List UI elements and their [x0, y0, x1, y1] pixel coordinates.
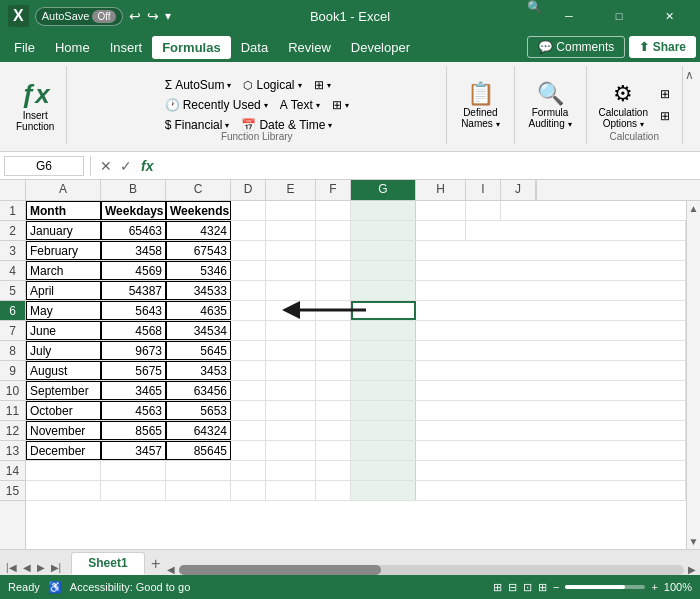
cell-e3[interactable] — [266, 241, 316, 260]
cell-c9[interactable]: 3453 — [166, 361, 231, 380]
cell-a4[interactable]: March — [26, 261, 101, 280]
cell-c11[interactable]: 5653 — [166, 401, 231, 420]
collapse-ribbon-btn[interactable]: ∧ — [683, 66, 696, 84]
col-header-e[interactable]: E — [266, 180, 316, 200]
calc-now-btn[interactable]: ⊞ — [656, 85, 674, 103]
cell-c4[interactable]: 5346 — [166, 261, 231, 280]
cell-e11[interactable] — [266, 401, 316, 420]
cell-d9[interactable] — [231, 361, 266, 380]
row-header-14[interactable]: 14 — [0, 461, 25, 481]
cell-b13[interactable]: 3457 — [101, 441, 166, 460]
cell-d1[interactable] — [231, 201, 266, 220]
cell-f2[interactable] — [316, 221, 351, 240]
redo-btn[interactable]: ↪ — [147, 8, 159, 24]
cell-e2[interactable] — [266, 221, 316, 240]
cell-b14[interactable] — [101, 461, 166, 480]
cell-b7[interactable]: 4568 — [101, 321, 166, 340]
cell-b12[interactable]: 8565 — [101, 421, 166, 440]
comments-btn[interactable]: 💬 Comments — [527, 36, 625, 58]
cell-b11[interactable]: 4563 — [101, 401, 166, 420]
name-box[interactable] — [4, 156, 84, 176]
cell-a3[interactable]: February — [26, 241, 101, 260]
cell-h1[interactable] — [416, 201, 466, 220]
cell-c13[interactable]: 85645 — [166, 441, 231, 460]
row-header-5[interactable]: 5 — [0, 281, 25, 301]
defined-names-btn[interactable]: 📋 DefinedNames ▾ — [457, 79, 503, 131]
cell-b10[interactable]: 3465 — [101, 381, 166, 400]
cell-f14[interactable] — [316, 461, 351, 480]
cell-b15[interactable] — [101, 481, 166, 500]
cell-e12[interactable] — [266, 421, 316, 440]
col-header-d[interactable]: D — [231, 180, 266, 200]
cell-g8[interactable] — [351, 341, 416, 360]
cell-f15[interactable] — [316, 481, 351, 500]
cell-f1[interactable] — [316, 201, 351, 220]
col-header-b[interactable]: B — [101, 180, 166, 200]
cell-h5[interactable] — [416, 281, 686, 300]
scroll-right-btn[interactable]: ▶ — [688, 564, 696, 575]
cell-g12[interactable] — [351, 421, 416, 440]
cell-g15[interactable] — [351, 481, 416, 500]
cell-h2[interactable] — [416, 221, 466, 240]
logical-btn[interactable]: ⬡ Logical ▾ — [239, 76, 305, 94]
cell-a8[interactable]: July — [26, 341, 101, 360]
cell-a10[interactable]: September — [26, 381, 101, 400]
cell-b9[interactable]: 5675 — [101, 361, 166, 380]
cell-g7[interactable] — [351, 321, 416, 340]
col-header-i[interactable]: I — [466, 180, 501, 200]
cell-h4[interactable] — [416, 261, 686, 280]
menu-home[interactable]: Home — [45, 36, 100, 59]
cancel-btn[interactable]: ✕ — [97, 158, 115, 174]
col-header-g[interactable]: G — [351, 180, 416, 200]
cell-f5[interactable] — [316, 281, 351, 300]
confirm-btn[interactable]: ✓ — [117, 158, 135, 174]
calculation-options-btn[interactable]: ⚙ CalculationOptions ▾ — [595, 79, 652, 131]
cell-e10[interactable] — [266, 381, 316, 400]
cell-c7[interactable]: 34534 — [166, 321, 231, 340]
prev-sheet-btn[interactable]: ◀ — [21, 560, 33, 575]
cell-h10[interactable] — [416, 381, 686, 400]
cell-b1[interactable]: Weekdays — [101, 201, 166, 220]
cell-c5[interactable]: 34533 — [166, 281, 231, 300]
calc-sheet-btn[interactable]: ⊞ — [656, 107, 674, 125]
cell-d13[interactable] — [231, 441, 266, 460]
col-header-f[interactable]: F — [316, 180, 351, 200]
cell-f10[interactable] — [316, 381, 351, 400]
zoom-in-btn[interactable]: + — [651, 581, 657, 593]
cell-b4[interactable]: 4569 — [101, 261, 166, 280]
cell-e15[interactable] — [266, 481, 316, 500]
cell-a15[interactable] — [26, 481, 101, 500]
add-sheet-btn[interactable]: + — [145, 553, 167, 575]
cell-d10[interactable] — [231, 381, 266, 400]
cell-a11[interactable]: October — [26, 401, 101, 420]
cell-i2[interactable] — [466, 221, 686, 240]
cell-b6[interactable]: 5643 — [101, 301, 166, 320]
share-btn[interactable]: ⬆ Share — [629, 36, 696, 58]
cell-h8[interactable] — [416, 341, 686, 360]
row-header-4[interactable]: 4 — [0, 261, 25, 281]
cell-c14[interactable] — [166, 461, 231, 480]
more-functions-btn2[interactable]: ⊞ ▾ — [328, 96, 353, 114]
cell-b5[interactable]: 54387 — [101, 281, 166, 300]
row-header-15[interactable]: 15 — [0, 481, 25, 501]
text-btn[interactable]: A Text ▾ — [276, 96, 324, 114]
zoom-slider[interactable] — [565, 585, 645, 589]
cell-c3[interactable]: 67543 — [166, 241, 231, 260]
cell-g11[interactable] — [351, 401, 416, 420]
formula-auditing-btn[interactable]: 🔍 FormulaAuditing ▾ — [525, 79, 576, 131]
cell-c15[interactable] — [166, 481, 231, 500]
cell-h3[interactable] — [416, 241, 686, 260]
view-normal-btn[interactable]: ⊞ — [493, 581, 502, 594]
cell-f13[interactable] — [316, 441, 351, 460]
cell-b3[interactable]: 3458 — [101, 241, 166, 260]
next-sheet-btn[interactable]: ▶ — [35, 560, 47, 575]
cell-a9[interactable]: August — [26, 361, 101, 380]
cell-f11[interactable] — [316, 401, 351, 420]
cell-e7[interactable] — [266, 321, 316, 340]
menu-formulas[interactable]: Formulas — [152, 36, 231, 59]
cell-g10[interactable] — [351, 381, 416, 400]
row-header-8[interactable]: 8 — [0, 341, 25, 361]
fx-formula-btn[interactable]: fx — [137, 158, 157, 174]
first-sheet-btn[interactable]: |◀ — [4, 560, 19, 575]
col-header-j[interactable]: J — [501, 180, 536, 200]
